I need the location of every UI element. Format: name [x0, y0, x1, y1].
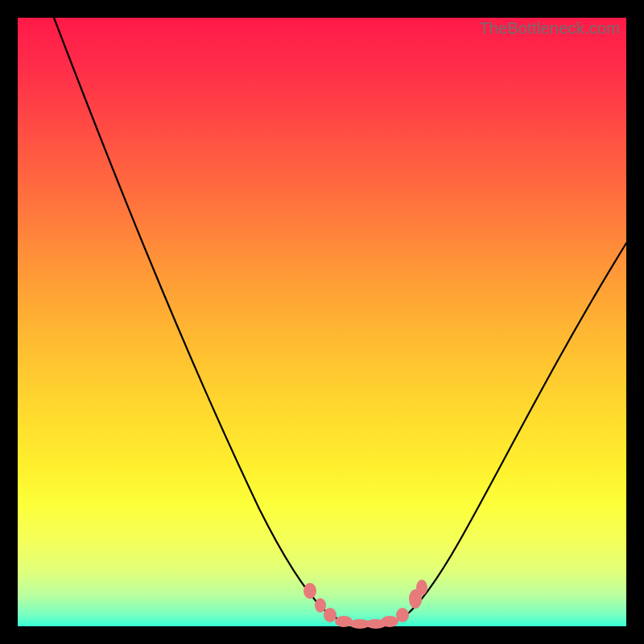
svg-point-1 — [315, 598, 326, 613]
svg-point-0 — [303, 583, 316, 599]
plot-area: TheBottleneck.com — [18, 18, 626, 626]
svg-point-2 — [324, 608, 336, 622]
svg-point-7 — [396, 608, 409, 622]
svg-point-6 — [381, 616, 398, 627]
chart-svg — [18, 18, 626, 626]
curve-markers — [303, 580, 427, 629]
outer-frame: TheBottleneck.com — [0, 0, 644, 644]
bottleneck-curve — [54, 18, 626, 625]
svg-point-9 — [416, 580, 427, 596]
